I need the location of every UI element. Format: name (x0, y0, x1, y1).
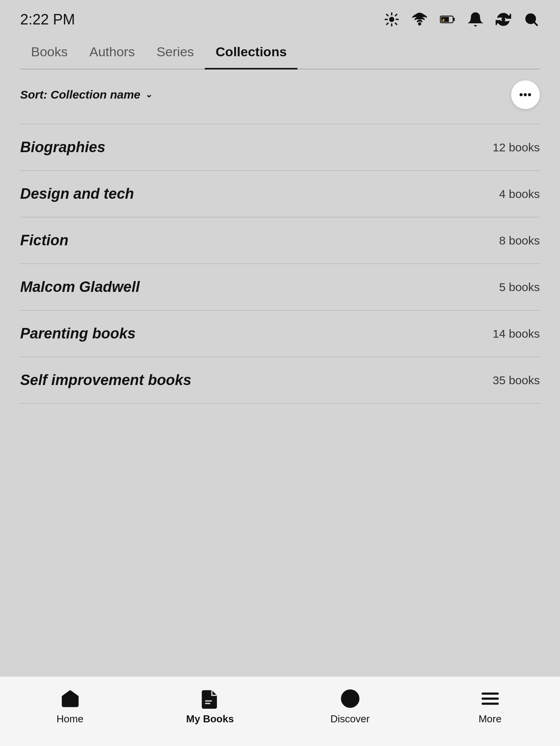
collection-item[interactable]: Malcom Gladwell 5 books (20, 264, 540, 310)
tab-authors[interactable]: Authors (79, 36, 146, 69)
mybooks-icon (200, 688, 221, 709)
svg-rect-12 (453, 18, 455, 21)
collection-count: 14 books (493, 327, 540, 340)
collection-item[interactable]: Self improvement books 35 books (20, 357, 540, 404)
svg-text:⚡: ⚡ (441, 18, 446, 23)
svg-line-4 (395, 23, 397, 24)
svg-line-7 (387, 23, 388, 24)
battery-icon: ⚡ (439, 11, 456, 28)
notification-icon (467, 11, 484, 28)
svg-line-8 (395, 14, 397, 16)
nav-home[interactable]: Home (0, 684, 140, 725)
nav-mybooks[interactable]: My Books (140, 684, 280, 725)
status-icons: ⚡ (383, 11, 540, 28)
collection-count: 4 books (499, 187, 540, 201)
collection-item[interactable]: Fiction 8 books (20, 217, 540, 264)
collection-name: Malcom Gladwell (20, 279, 140, 295)
discover-icon (340, 688, 361, 709)
sort-bar: Sort: Collection name ⌄ ••• (20, 69, 540, 120)
tab-books[interactable]: Books (20, 36, 79, 69)
collection-count: 12 books (493, 141, 540, 154)
sort-label[interactable]: Sort: Collection name ⌄ (20, 88, 152, 101)
collection-name: Biographies (20, 139, 105, 156)
collection-item[interactable]: Parenting books 14 books (20, 310, 540, 357)
collection-item[interactable]: Biographies 12 books (20, 124, 540, 170)
tabs-container: Books Authors Series Collections (20, 36, 540, 69)
collection-name: Design and tech (20, 186, 134, 202)
tab-series[interactable]: Series (146, 36, 205, 69)
svg-rect-18 (205, 703, 210, 704)
nav-more-label: More (479, 713, 501, 725)
main-content: Books Authors Series Collections Sort: C… (0, 36, 560, 404)
collection-count: 35 books (493, 374, 540, 387)
more-nav-icon (480, 688, 501, 709)
svg-point-0 (389, 17, 394, 22)
nav-more[interactable]: More (420, 684, 560, 725)
svg-line-3 (387, 14, 388, 16)
sort-chevron-icon: ⌄ (145, 90, 152, 100)
status-time: 2:22 PM (20, 11, 75, 28)
svg-rect-17 (205, 700, 212, 701)
home-icon (60, 688, 81, 709)
collection-name: Fiction (20, 232, 69, 249)
status-bar: 2:22 PM (0, 0, 560, 36)
collection-count: 5 books (499, 281, 540, 294)
tab-collections[interactable]: Collections (205, 36, 297, 69)
nav-discover-label: Discover (330, 713, 370, 725)
search-icon[interactable] (523, 11, 540, 28)
collection-list: Biographies 12 books Design and tech 4 b… (20, 124, 540, 404)
collection-name: Self improvement books (20, 372, 191, 389)
brightness-icon (383, 11, 400, 28)
collection-name: Parenting books (20, 325, 136, 342)
nav-discover[interactable]: Discover (280, 684, 420, 725)
svg-point-9 (419, 23, 421, 25)
svg-point-14 (501, 17, 505, 21)
collection-count: 8 books (499, 234, 540, 247)
more-options-button[interactable]: ••• (511, 80, 540, 109)
nav-home-label: Home (57, 713, 83, 725)
wifi-icon (411, 11, 428, 28)
sync-icon (495, 11, 512, 28)
nav-mybooks-label: My Books (186, 713, 234, 725)
svg-line-16 (534, 23, 537, 25)
bottom-nav: Home My Books Discover (0, 676, 560, 746)
collection-item[interactable]: Design and tech 4 books (20, 170, 540, 217)
